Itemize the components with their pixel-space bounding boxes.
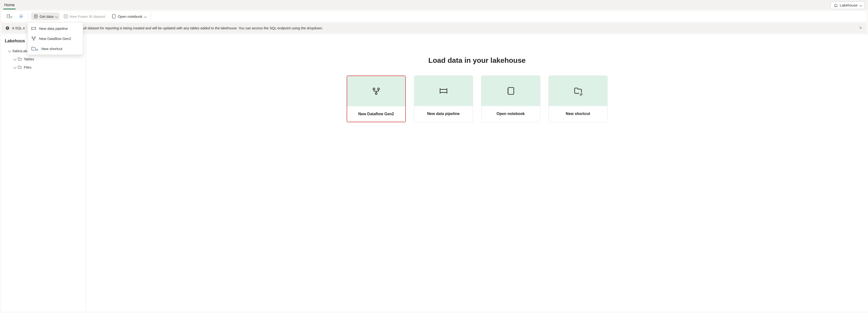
svg-point-19 bbox=[377, 88, 379, 90]
card-label: Open notebook bbox=[482, 106, 540, 121]
info-text: efault dataset for reporting is being cr… bbox=[78, 26, 323, 30]
tree-files[interactable]: Files bbox=[4, 63, 83, 71]
toolbar: Get data New Power BI dataset Open noteb… bbox=[1, 11, 867, 22]
menu-item-label: New data pipeline bbox=[39, 26, 68, 31]
svg-rect-17 bbox=[7, 27, 8, 28]
svg-rect-22 bbox=[508, 88, 514, 94]
chevron-down-icon bbox=[55, 15, 57, 19]
menu-new-dataflow-gen2[interactable]: New Dataflow Gen2 bbox=[28, 33, 83, 44]
card-new-dataflow-gen2[interactable]: New Dataflow Gen2 bbox=[347, 76, 406, 122]
tree-item-label: Files bbox=[24, 65, 31, 69]
lakehouse-icon bbox=[834, 3, 838, 7]
menu-new-shortcut[interactable]: New shortcut bbox=[28, 44, 83, 54]
lakehouse-explorer: Lakehous SalesLakehouse Tables Files bbox=[1, 35, 86, 312]
get-data-menu: New data pipeline New Dataflow Gen2 New … bbox=[27, 22, 83, 55]
tree-tables[interactable]: Tables bbox=[4, 55, 83, 63]
get-data-button[interactable]: Get data bbox=[31, 12, 60, 20]
new-bi-dataset-label: New Power BI dataset bbox=[70, 15, 105, 19]
card-icon-area bbox=[414, 76, 473, 106]
card-new-shortcut[interactable]: New shortcut bbox=[549, 76, 608, 122]
settings-button[interactable] bbox=[16, 12, 26, 20]
pipeline-icon bbox=[439, 86, 448, 95]
info-banner: A SQL e efault dataset for reporting is … bbox=[1, 23, 867, 33]
notebook-icon bbox=[506, 86, 515, 95]
svg-point-13 bbox=[34, 36, 35, 37]
card-open-notebook[interactable]: Open notebook bbox=[481, 76, 540, 122]
menu-item-label: New shortcut bbox=[41, 47, 62, 51]
svg-point-18 bbox=[373, 88, 375, 90]
body: Lakehous SalesLakehouse Tables Files Loa… bbox=[0, 35, 868, 312]
svg-rect-10 bbox=[113, 15, 116, 18]
card-label: New data pipeline bbox=[414, 106, 473, 121]
folder-icon bbox=[18, 57, 22, 61]
tab-home[interactable]: Home bbox=[3, 1, 16, 9]
card-label: New shortcut bbox=[549, 106, 607, 121]
svg-point-12 bbox=[32, 36, 33, 37]
folder-icon bbox=[18, 65, 22, 69]
shortcut-folder-icon bbox=[574, 86, 583, 96]
card-icon-area bbox=[347, 76, 405, 106]
refresh-button[interactable] bbox=[4, 12, 15, 20]
svg-point-2 bbox=[34, 15, 37, 16]
close-banner-button[interactable] bbox=[858, 25, 863, 31]
card-label: New Dataflow Gen2 bbox=[347, 106, 405, 122]
dataflow-icon bbox=[372, 87, 381, 96]
open-notebook-label: Open notebook bbox=[118, 15, 143, 19]
new-bi-dataset-button: New Power BI dataset bbox=[61, 12, 107, 20]
toolbar-separator bbox=[28, 13, 29, 20]
view-switch[interactable]: Lakehouse bbox=[831, 1, 865, 9]
menu-item-label: New Dataflow Gen2 bbox=[39, 36, 71, 41]
main-title: Load data in your lakehouse bbox=[428, 56, 526, 64]
svg-point-20 bbox=[375, 93, 377, 94]
svg-rect-16 bbox=[7, 28, 8, 29]
chevron-down-icon bbox=[13, 57, 16, 61]
card-icon-area bbox=[482, 76, 540, 106]
get-data-label: Get data bbox=[40, 15, 54, 19]
menu-new-data-pipeline[interactable]: New data pipeline bbox=[28, 23, 83, 33]
tree-item-label: Tables bbox=[24, 57, 34, 61]
card-icon-area bbox=[549, 76, 607, 106]
svg-point-14 bbox=[33, 39, 34, 40]
card-new-data-pipeline[interactable]: New data pipeline bbox=[414, 76, 473, 122]
open-notebook-button[interactable]: Open notebook bbox=[109, 12, 149, 20]
svg-point-1 bbox=[21, 16, 22, 17]
info-text-prefix: A SQL e bbox=[12, 26, 25, 30]
svg-rect-11 bbox=[32, 27, 36, 29]
info-icon bbox=[5, 26, 10, 30]
svg-rect-3 bbox=[64, 15, 67, 18]
top-tab-bar: Home Lakehouse bbox=[0, 0, 868, 10]
svg-rect-21 bbox=[440, 89, 447, 93]
main-area: Load data in your lakehouse New Dataflow… bbox=[86, 35, 868, 312]
chevron-down-icon bbox=[859, 3, 862, 7]
chevron-down-icon bbox=[144, 15, 146, 19]
view-switch-label: Lakehouse bbox=[840, 3, 858, 7]
cards-row: New Dataflow Gen2 New data pipeline bbox=[347, 76, 608, 122]
chevron-down-icon bbox=[13, 65, 16, 69]
chevron-down-icon bbox=[8, 49, 10, 53]
